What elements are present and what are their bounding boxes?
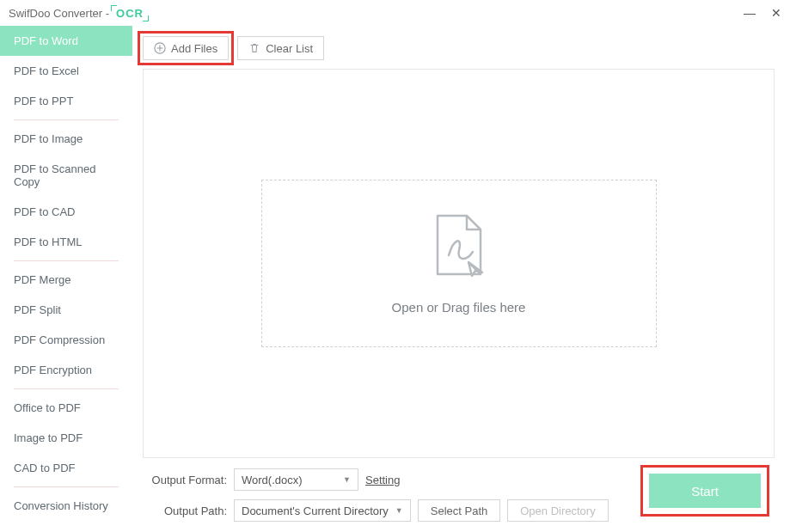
chevron-down-icon: ▼	[389, 506, 403, 515]
sidebar-separator	[14, 119, 119, 120]
sidebar-item-conversion-history[interactable]: Conversion History	[0, 491, 132, 521]
sidebar-item-pdf-to-word[interactable]: PDF to Word	[0, 26, 132, 56]
dropzone-text: Open or Drag files here	[392, 300, 526, 315]
sidebar-item-pdf-encryption[interactable]: PDF Encryption	[0, 355, 132, 385]
plus-circle-icon	[154, 42, 166, 54]
setting-link[interactable]: Setting	[365, 474, 400, 486]
output-path-label: Output Path:	[143, 504, 227, 517]
sidebar-item-pdf-to-image[interactable]: PDF to Image	[0, 124, 132, 154]
clear-list-button[interactable]: Clear List	[237, 36, 324, 60]
sidebar-item-pdf-to-cad[interactable]: PDF to CAD	[0, 197, 132, 227]
open-directory-button: Open Directory	[507, 499, 608, 522]
select-path-button[interactable]: Select Path	[418, 499, 501, 522]
sidebar-item-image-to-pdf[interactable]: Image to PDF	[0, 423, 132, 453]
sidebar-item-pdf-to-ppt[interactable]: PDF to PPT	[0, 86, 132, 116]
sidebar-item-feedback[interactable]: Feedback	[0, 521, 132, 532]
add-files-button[interactable]: Add Files	[143, 36, 229, 60]
start-button[interactable]: Start	[649, 474, 761, 508]
sidebar-item-pdf-split[interactable]: PDF Split	[0, 295, 132, 325]
output-format-value: Word(.docx)	[242, 474, 303, 486]
minimize-icon[interactable]: —	[744, 7, 756, 19]
sidebar-item-pdf-compression[interactable]: PDF Compression	[0, 325, 132, 355]
sidebar-item-pdf-to-excel[interactable]: PDF to Excel	[0, 56, 132, 86]
sidebar-item-pdf-to-html[interactable]: PDF to HTML	[0, 227, 132, 257]
clear-list-label: Clear List	[266, 42, 313, 55]
highlight-add-files: Add Files	[143, 36, 229, 60]
sidebar-item-office-to-pdf[interactable]: Office to PDF	[0, 393, 132, 423]
pdf-cursor-icon	[429, 212, 489, 284]
output-format-label: Output Format:	[143, 474, 227, 486]
trash-icon	[248, 42, 260, 54]
app-title: SwifDoo Converter -	[9, 7, 109, 20]
sidebar: PDF to WordPDF to ExcelPDF to PPTPDF to …	[0, 26, 132, 532]
file-list-area[interactable]: Open or Drag files here	[143, 69, 775, 458]
sidebar-separator	[14, 486, 119, 487]
add-files-label: Add Files	[171, 42, 217, 55]
close-icon[interactable]: ✕	[771, 7, 781, 19]
titlebar: SwifDoo Converter - OCR — ✕	[0, 0, 790, 26]
output-path-select[interactable]: Document's Current Directory ▼	[234, 499, 411, 522]
sidebar-item-pdf-to-scanned-copy[interactable]: PDF to Scanned Copy	[0, 154, 132, 197]
sidebar-item-cad-to-pdf[interactable]: CAD to PDF	[0, 453, 132, 483]
window-controls: — ✕	[744, 7, 781, 19]
main-panel: Add Files Clear List	[132, 26, 790, 532]
sidebar-separator	[14, 388, 119, 389]
dropzone[interactable]: Open or Drag files here	[261, 180, 657, 347]
toolbar: Add Files Clear List	[143, 36, 775, 60]
output-path-value: Document's Current Directory	[242, 504, 389, 517]
sidebar-separator	[14, 260, 119, 261]
chevron-down-icon: ▼	[336, 475, 351, 484]
sidebar-item-pdf-merge[interactable]: PDF Merge	[0, 265, 132, 295]
output-format-select[interactable]: Word(.docx) ▼	[234, 468, 358, 491]
ocr-badge: OCR	[113, 7, 147, 20]
highlight-start: Start	[649, 474, 761, 508]
